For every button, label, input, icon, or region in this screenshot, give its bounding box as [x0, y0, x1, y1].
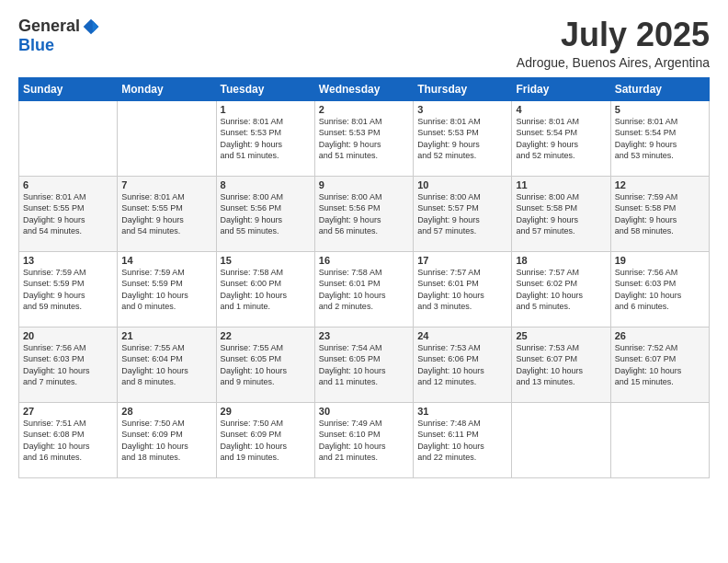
day-info: Sunrise: 8:01 AM Sunset: 5:54 PM Dayligh…	[615, 116, 705, 162]
day-info: Sunrise: 7:53 AM Sunset: 6:06 PM Dayligh…	[417, 342, 507, 388]
day-number: 24	[417, 330, 507, 341]
day-number: 23	[319, 330, 409, 341]
calendar-week-row: 27Sunrise: 7:51 AM Sunset: 6:08 PM Dayli…	[19, 402, 710, 477]
day-info: Sunrise: 7:50 AM Sunset: 6:09 PM Dayligh…	[221, 418, 311, 464]
day-number: 26	[615, 330, 705, 341]
day-number: 12	[615, 179, 705, 190]
day-number: 3	[417, 104, 507, 115]
day-info: Sunrise: 7:59 AM Sunset: 5:59 PM Dayligh…	[23, 267, 113, 313]
table-row: 14Sunrise: 7:59 AM Sunset: 5:59 PM Dayli…	[118, 251, 216, 327]
day-info: Sunrise: 7:56 AM Sunset: 6:03 PM Dayligh…	[23, 342, 113, 388]
col-friday: Friday	[512, 77, 610, 100]
calendar-week-row: 13Sunrise: 7:59 AM Sunset: 5:59 PM Dayli…	[19, 251, 710, 327]
day-number: 29	[221, 406, 311, 417]
page: General Blue July 2025 Adrogue, Buenos A…	[0, 0, 728, 563]
day-number: 13	[23, 255, 113, 266]
calendar-table: Sunday Monday Tuesday Wednesday Thursday…	[18, 77, 710, 478]
table-row: 16Sunrise: 7:58 AM Sunset: 6:01 PM Dayli…	[314, 251, 413, 327]
day-info: Sunrise: 7:53 AM Sunset: 6:07 PM Dayligh…	[516, 342, 606, 388]
calendar-header-row: Sunday Monday Tuesday Wednesday Thursday…	[19, 77, 710, 100]
table-row: 30Sunrise: 7:49 AM Sunset: 6:10 PM Dayli…	[314, 402, 413, 477]
day-number: 9	[319, 179, 409, 190]
header: General Blue July 2025 Adrogue, Buenos A…	[18, 17, 710, 70]
col-thursday: Thursday	[414, 77, 512, 100]
day-info: Sunrise: 8:01 AM Sunset: 5:55 PM Dayligh…	[121, 191, 211, 237]
day-info: Sunrise: 7:51 AM Sunset: 6:08 PM Dayligh…	[23, 418, 113, 464]
table-row: 10Sunrise: 8:00 AM Sunset: 5:57 PM Dayli…	[414, 176, 512, 251]
day-number: 27	[23, 406, 113, 417]
table-row: 1Sunrise: 8:01 AM Sunset: 5:53 PM Daylig…	[216, 100, 314, 176]
day-number: 22	[221, 330, 311, 341]
day-info: Sunrise: 7:58 AM Sunset: 6:00 PM Dayligh…	[221, 267, 311, 313]
table-row: 8Sunrise: 8:00 AM Sunset: 5:56 PM Daylig…	[216, 176, 314, 251]
day-number: 11	[516, 179, 606, 190]
location: Adrogue, Buenos Aires, Argentina	[517, 55, 710, 70]
table-row	[610, 402, 709, 477]
col-monday: Monday	[118, 77, 216, 100]
day-number: 15	[221, 255, 311, 266]
month-title: July 2025	[517, 17, 710, 53]
table-row: 28Sunrise: 7:50 AM Sunset: 6:09 PM Dayli…	[118, 402, 216, 477]
table-row: 22Sunrise: 7:55 AM Sunset: 6:05 PM Dayli…	[216, 327, 314, 402]
day-number: 2	[319, 104, 409, 115]
day-info: Sunrise: 7:55 AM Sunset: 6:04 PM Dayligh…	[121, 342, 211, 388]
table-row: 26Sunrise: 7:52 AM Sunset: 6:07 PM Dayli…	[610, 327, 709, 402]
day-number: 4	[516, 104, 606, 115]
day-number: 14	[121, 255, 211, 266]
day-info: Sunrise: 7:50 AM Sunset: 6:09 PM Dayligh…	[121, 418, 211, 464]
table-row: 19Sunrise: 7:56 AM Sunset: 6:03 PM Dayli…	[610, 251, 709, 327]
day-info: Sunrise: 8:01 AM Sunset: 5:53 PM Dayligh…	[221, 116, 311, 162]
logo: General Blue	[18, 17, 100, 55]
table-row: 17Sunrise: 7:57 AM Sunset: 6:01 PM Dayli…	[414, 251, 512, 327]
table-row: 12Sunrise: 7:59 AM Sunset: 5:58 PM Dayli…	[610, 176, 709, 251]
day-info: Sunrise: 7:48 AM Sunset: 6:11 PM Dayligh…	[417, 418, 507, 464]
table-row: 24Sunrise: 7:53 AM Sunset: 6:06 PM Dayli…	[414, 327, 512, 402]
day-number: 30	[319, 406, 409, 417]
day-number: 5	[615, 104, 705, 115]
day-number: 25	[516, 330, 606, 341]
calendar-week-row: 1Sunrise: 8:01 AM Sunset: 5:53 PM Daylig…	[19, 100, 710, 176]
day-info: Sunrise: 8:00 AM Sunset: 5:56 PM Dayligh…	[221, 191, 311, 237]
table-row: 13Sunrise: 7:59 AM Sunset: 5:59 PM Dayli…	[19, 251, 118, 327]
day-info: Sunrise: 7:58 AM Sunset: 6:01 PM Dayligh…	[319, 267, 409, 313]
day-info: Sunrise: 7:59 AM Sunset: 5:59 PM Dayligh…	[121, 267, 211, 313]
table-row: 31Sunrise: 7:48 AM Sunset: 6:11 PM Dayli…	[414, 402, 512, 477]
day-number: 19	[615, 255, 705, 266]
table-row: 7Sunrise: 8:01 AM Sunset: 5:55 PM Daylig…	[118, 176, 216, 251]
table-row: 3Sunrise: 8:01 AM Sunset: 5:53 PM Daylig…	[414, 100, 512, 176]
table-row: 27Sunrise: 7:51 AM Sunset: 6:08 PM Dayli…	[19, 402, 118, 477]
logo-general: General	[18, 17, 80, 36]
logo-blue: Blue	[18, 36, 54, 55]
calendar-week-row: 20Sunrise: 7:56 AM Sunset: 6:03 PM Dayli…	[19, 327, 710, 402]
day-info: Sunrise: 7:57 AM Sunset: 6:01 PM Dayligh…	[417, 267, 507, 313]
day-info: Sunrise: 8:01 AM Sunset: 5:54 PM Dayligh…	[516, 116, 606, 162]
day-number: 7	[121, 179, 211, 190]
table-row: 21Sunrise: 7:55 AM Sunset: 6:04 PM Dayli…	[118, 327, 216, 402]
table-row: 2Sunrise: 8:01 AM Sunset: 5:53 PM Daylig…	[314, 100, 413, 176]
table-row: 6Sunrise: 8:01 AM Sunset: 5:55 PM Daylig…	[19, 176, 118, 251]
col-tuesday: Tuesday	[216, 77, 314, 100]
day-info: Sunrise: 7:49 AM Sunset: 6:10 PM Dayligh…	[319, 418, 409, 464]
col-saturday: Saturday	[610, 77, 709, 100]
day-info: Sunrise: 7:59 AM Sunset: 5:58 PM Dayligh…	[615, 191, 705, 237]
table-row: 20Sunrise: 7:56 AM Sunset: 6:03 PM Dayli…	[19, 327, 118, 402]
table-row: 15Sunrise: 7:58 AM Sunset: 6:00 PM Dayli…	[216, 251, 314, 327]
table-row	[512, 402, 610, 477]
day-info: Sunrise: 7:57 AM Sunset: 6:02 PM Dayligh…	[516, 267, 606, 313]
day-number: 16	[319, 255, 409, 266]
table-row: 4Sunrise: 8:01 AM Sunset: 5:54 PM Daylig…	[512, 100, 610, 176]
table-row: 5Sunrise: 8:01 AM Sunset: 5:54 PM Daylig…	[610, 100, 709, 176]
col-wednesday: Wednesday	[314, 77, 413, 100]
logo-text: General	[18, 17, 100, 36]
day-info: Sunrise: 8:01 AM Sunset: 5:55 PM Dayligh…	[23, 191, 113, 237]
day-number: 10	[417, 179, 507, 190]
day-number: 31	[417, 406, 507, 417]
table-row: 29Sunrise: 7:50 AM Sunset: 6:09 PM Dayli…	[216, 402, 314, 477]
calendar-week-row: 6Sunrise: 8:01 AM Sunset: 5:55 PM Daylig…	[19, 176, 710, 251]
table-row: 11Sunrise: 8:00 AM Sunset: 5:58 PM Dayli…	[512, 176, 610, 251]
day-info: Sunrise: 8:01 AM Sunset: 5:53 PM Dayligh…	[417, 116, 507, 162]
col-sunday: Sunday	[19, 77, 118, 100]
svg-marker-1	[93, 20, 99, 32]
day-number: 17	[417, 255, 507, 266]
day-info: Sunrise: 8:00 AM Sunset: 5:57 PM Dayligh…	[417, 191, 507, 237]
